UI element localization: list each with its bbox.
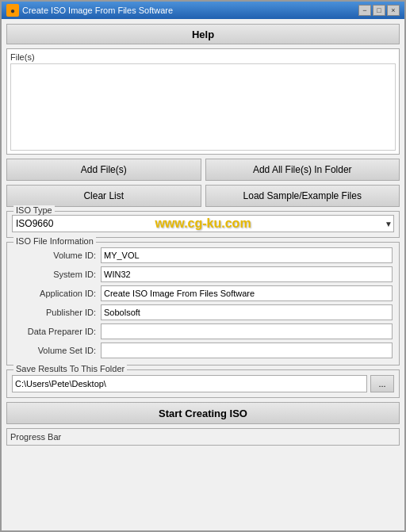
system-id-row: System ID: xyxy=(13,266,393,282)
data-preparer-id-input[interactable] xyxy=(101,323,393,339)
button-row-1: Add File(s) Add All File(s) In Folder xyxy=(6,159,400,181)
iso-type-select[interactable]: ISO9660 UDF ISO9660+UDF xyxy=(12,215,394,232)
add-files-button[interactable]: Add File(s) xyxy=(6,159,201,181)
title-controls: − □ × xyxy=(358,5,400,16)
data-preparer-id-row: Data Preparer ID: xyxy=(13,323,393,339)
progress-bar-group: Progress Bar xyxy=(6,428,400,446)
window-title: Create ISO Image From Files Software xyxy=(22,6,173,15)
minimize-button[interactable]: − xyxy=(358,5,371,16)
save-folder-input[interactable] xyxy=(12,375,367,392)
system-id-label: System ID: xyxy=(13,270,101,279)
iso-info-group-title: ISO File Information xyxy=(13,236,96,246)
app-icon: ● xyxy=(6,4,19,17)
files-label: File(s) xyxy=(10,52,396,62)
volume-id-input[interactable] xyxy=(101,247,393,263)
system-id-input[interactable] xyxy=(101,266,393,282)
publisher-id-label: Publisher ID: xyxy=(13,308,101,317)
volume-set-id-label: Volume Set ID: xyxy=(13,346,101,355)
iso-info-group: ISO File Information Volume ID: System I… xyxy=(6,242,400,366)
files-section: File(s) xyxy=(6,48,400,155)
iso-type-group: ISO Type ISO9660 UDF ISO9660+UDF ▼ www.c… xyxy=(6,211,400,238)
volume-id-row: Volume ID: xyxy=(13,247,393,263)
title-bar-left: ● Create ISO Image From Files Software xyxy=(6,4,173,17)
start-creating-iso-button[interactable]: Start Creating ISO xyxy=(6,402,400,424)
volume-id-label: Volume ID: xyxy=(13,251,101,260)
iso-type-group-title: ISO Type xyxy=(13,205,55,215)
progress-bar-label: Progress Bar xyxy=(10,432,61,442)
save-folder-group: Save Results To This Folder ... xyxy=(6,369,400,398)
button-row-2: Clear List Load Sample/Example Files xyxy=(6,185,400,207)
title-bar: ● Create ISO Image From Files Software −… xyxy=(2,2,404,19)
iso-type-select-wrapper: ISO9660 UDF ISO9660+UDF ▼ www.cg-ku.com xyxy=(12,215,394,232)
main-window: ● Create ISO Image From Files Software −… xyxy=(0,0,406,532)
maximize-button[interactable]: □ xyxy=(373,5,385,16)
application-id-row: Application ID: xyxy=(13,285,393,301)
load-sample-button[interactable]: Load Sample/Example Files xyxy=(205,185,400,207)
save-folder-row: ... xyxy=(12,375,394,392)
application-id-label: Application ID: xyxy=(13,289,101,298)
add-all-folder-button[interactable]: Add All File(s) In Folder xyxy=(205,159,400,181)
browse-button[interactable]: ... xyxy=(370,375,394,392)
volume-set-id-input[interactable] xyxy=(101,343,393,358)
close-button[interactable]: × xyxy=(387,5,400,16)
publisher-id-input[interactable] xyxy=(101,304,393,320)
clear-list-button[interactable]: Clear List xyxy=(6,185,201,207)
application-id-input[interactable] xyxy=(101,285,393,301)
volume-set-id-row: Volume Set ID: xyxy=(13,343,393,358)
help-button[interactable]: Help xyxy=(6,24,400,44)
save-folder-group-title: Save Results To This Folder xyxy=(13,364,127,373)
data-preparer-id-label: Data Preparer ID: xyxy=(13,327,101,336)
publisher-id-row: Publisher ID: xyxy=(13,304,393,320)
files-list[interactable] xyxy=(10,63,396,151)
content-area: Help File(s) Add File(s) Add All File(s)… xyxy=(2,19,404,530)
